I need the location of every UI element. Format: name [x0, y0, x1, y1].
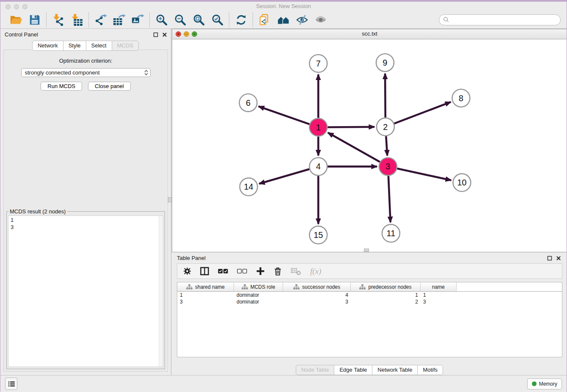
tab-network[interactable]: Network [32, 41, 63, 51]
run-mcds-button[interactable]: Run MCDS [41, 82, 82, 91]
table-cell[interactable]: dominator [234, 299, 283, 305]
table-cell[interactable]: 1 [177, 292, 234, 298]
node-14[interactable]: 14 [240, 178, 258, 196]
network-window-title: scc.txt [172, 29, 567, 38]
table-settings-button[interactable] [183, 267, 191, 275]
create-column-button[interactable] [256, 267, 265, 276]
edge-4-14[interactable] [259, 169, 309, 184]
table-cell[interactable]: 3 [421, 299, 457, 305]
table-panel-title: Table Panel [177, 255, 206, 261]
table-cell[interactable]: dominator [234, 292, 283, 298]
node-15[interactable]: 15 [309, 226, 327, 244]
tab-style[interactable]: Style [63, 41, 86, 51]
horizontal-splitter-handle[interactable] [168, 197, 172, 202]
tab-edge-table[interactable]: Edge Table [334, 365, 372, 375]
mcds-result-lines: 13 [11, 216, 161, 231]
column-header-shared-name[interactable]: shared name [177, 282, 234, 291]
network-canvas-container: 7968124314101511 [172, 39, 567, 252]
preferred-layout-button[interactable] [277, 13, 290, 27]
column-header-name[interactable]: name [421, 282, 457, 291]
node-4[interactable]: 4 [309, 157, 327, 175]
titlebar-accent-strip [0, 0, 567, 2]
node-2[interactable]: 2 [377, 118, 394, 136]
table-cell[interactable]: 2 [351, 299, 421, 305]
edge-2-3[interactable] [386, 136, 387, 155]
close-panel-icon[interactable] [161, 31, 168, 38]
close-panel-button[interactable]: Close panel [88, 82, 131, 91]
refresh-button[interactable] [234, 13, 248, 27]
zoom-in-button[interactable] [155, 13, 168, 27]
node-6[interactable]: 6 [239, 94, 257, 112]
search-box[interactable] [439, 14, 561, 25]
open-session-button[interactable] [9, 13, 23, 27]
table-cell[interactable]: 3 [177, 299, 234, 305]
node-7[interactable]: 7 [309, 55, 327, 72]
edge-3-10[interactable] [397, 168, 451, 180]
zoom-selected-button[interactable] [211, 13, 224, 27]
hide-graphics-details-button[interactable] [295, 13, 309, 27]
table-cell[interactable]: 4 [283, 292, 351, 298]
memory-button[interactable]: Memory [527, 378, 562, 389]
zoom-out-button[interactable] [173, 13, 187, 27]
export-table-button[interactable] [113, 13, 126, 27]
task-history-button[interactable] [5, 378, 17, 390]
tab-mcds[interactable]: MCDS [112, 41, 139, 51]
network-window-titlebar[interactable]: × − + scc.txt [172, 29, 567, 39]
network-minimize-button[interactable]: − [184, 31, 189, 37]
table-cell[interactable]: 1 [351, 292, 421, 298]
deselect-all-columns-button[interactable] [237, 268, 247, 274]
vertical-splitter-handle[interactable] [364, 248, 369, 252]
node-8[interactable]: 8 [452, 89, 470, 107]
column-header-successor-nodes[interactable]: successor nodes [283, 282, 351, 291]
table-cell[interactable]: 1 [421, 292, 457, 298]
table-row[interactable]: 3dominator323 [177, 298, 562, 305]
import-network-button[interactable] [52, 13, 65, 27]
node-10[interactable]: 10 [453, 174, 471, 191]
float-table-panel-icon[interactable] [546, 255, 553, 261]
import-table-icon [71, 14, 83, 26]
select-all-icon [218, 268, 228, 274]
edge-1-2[interactable] [328, 127, 374, 127]
export-image-button[interactable] [131, 13, 145, 27]
float-panel-icon[interactable] [152, 31, 159, 38]
network-close-button[interactable]: × [176, 31, 181, 37]
column-header-mcds-role[interactable]: MCDS role [234, 282, 283, 291]
svg-text:6: 6 [246, 98, 250, 108]
node-1[interactable]: 1 [309, 119, 327, 136]
status-bar: Memory [0, 375, 567, 392]
table-row[interactable]: 1dominator411 [177, 292, 562, 298]
tab-node-table[interactable]: Node Table [296, 365, 335, 375]
node-9[interactable]: 9 [376, 54, 394, 72]
column-header-predecessor-nodes[interactable]: predecessor nodes [351, 282, 421, 291]
clone-network-button[interactable] [258, 13, 272, 27]
svg-text:1: 1 [316, 123, 321, 132]
tab-select[interactable]: Select [86, 41, 112, 51]
save-session-button[interactable] [28, 13, 41, 27]
result-scrollbar[interactable] [159, 216, 163, 367]
delete-columns-button[interactable] [274, 267, 282, 276]
select-all-columns-button[interactable] [218, 268, 228, 274]
svg-text:14: 14 [244, 182, 253, 191]
node-11[interactable]: 11 [382, 224, 400, 242]
zoom-fit-button[interactable] [192, 13, 206, 27]
edge-2-8[interactable] [394, 102, 451, 124]
criterion-dropdown[interactable]: strongly connected component [21, 68, 151, 77]
tab-motifs[interactable]: Motifs [417, 365, 443, 375]
network-canvas[interactable]: 7968124314101511 [172, 39, 567, 252]
show-columns-button[interactable] [200, 267, 209, 276]
tab-network-table[interactable]: Network Table [372, 365, 418, 375]
node-3[interactable]: 3 [379, 157, 397, 175]
node-table[interactable]: shared nameMCDS rolesuccessor nodesprede… [177, 282, 562, 357]
edge-3-11[interactable] [388, 176, 391, 222]
search-input[interactable] [451, 17, 556, 23]
edge-2-9[interactable] [385, 74, 385, 118]
network-view-window: × − + scc.txt 7968124314101511 [172, 29, 567, 252]
network-maximize-button[interactable]: + [192, 31, 197, 37]
mcds-result-list[interactable]: 13 [8, 215, 163, 367]
close-table-panel-icon[interactable] [555, 255, 561, 261]
edge-3-1[interactable] [328, 133, 380, 162]
export-network-button[interactable] [94, 13, 107, 27]
import-table-button[interactable] [70, 13, 84, 27]
table-cell[interactable]: 3 [283, 299, 351, 305]
edge-1-6[interactable] [259, 106, 309, 124]
